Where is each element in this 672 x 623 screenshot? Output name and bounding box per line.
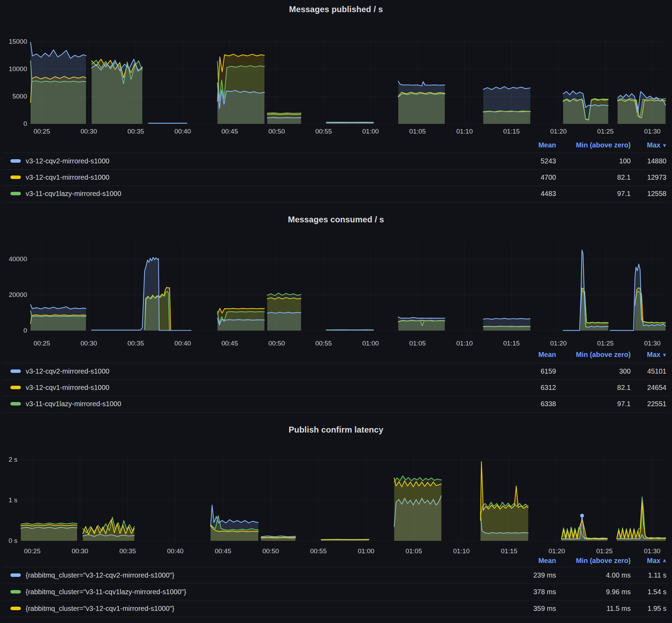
data-point-marker[interactable] (580, 514, 584, 518)
legend-value: 1.54 s (648, 588, 666, 596)
series-color-swatch[interactable] (10, 590, 21, 594)
x-axis-label: 01:15 (503, 340, 520, 347)
series-area (267, 118, 301, 124)
x-axis-label: 01:05 (405, 547, 422, 555)
legend-series-label[interactable]: v3-12-cqv2-mirrored-s1000 (26, 157, 109, 165)
series-line (31, 305, 86, 309)
legend-value: 11.5 ms (606, 605, 631, 613)
legend-series-label[interactable]: v3-12-cqv1-mirrored-s1000 (26, 173, 109, 181)
x-axis-label: 00:40 (175, 128, 191, 135)
series-color-swatch[interactable] (10, 607, 21, 610)
legend-value: 5243 (541, 157, 556, 165)
legend-series-label[interactable]: {rabbitmq_cluster="v3-12-cqv1-mirrored-s… (26, 605, 174, 613)
x-axis-label: 00:30 (81, 340, 97, 347)
legend-sort-max[interactable]: Max∨ (647, 351, 666, 359)
series-color-swatch[interactable] (10, 369, 21, 373)
legend-value: 239 ms (533, 571, 556, 579)
legend-value: 6338 (541, 400, 556, 408)
series-line (267, 118, 301, 118)
legend-value: 12973 (647, 173, 666, 181)
x-axis-label: 00:50 (262, 547, 279, 555)
legend-sort-mean[interactable]: Mean (538, 141, 556, 149)
legend-sort-mean[interactable]: Mean (538, 557, 556, 565)
legend-sort-min-above-zero-[interactable]: Min (above zero) (576, 351, 631, 359)
series-line (92, 257, 191, 331)
series-color-swatch[interactable] (10, 402, 21, 406)
legend-series-label[interactable]: v3-12-cqv1-mirrored-s1000 (26, 384, 109, 392)
series-area (21, 524, 77, 541)
legend-value: 9.96 ms (606, 588, 631, 596)
legend-value: 97.1 (617, 190, 631, 198)
x-axis-label: 01:10 (456, 128, 473, 135)
series-line (398, 317, 445, 318)
legend-value: 100 (619, 157, 631, 165)
series-area (398, 317, 445, 331)
series-area (31, 42, 86, 124)
legend-sort-mean[interactable]: Mean (538, 351, 556, 359)
series-color-swatch[interactable] (10, 573, 21, 577)
legend-row-separator (2, 169, 670, 170)
legend-series-label[interactable]: v3-11-cqv1lazy-mirrored-s1000 (26, 400, 121, 408)
legend-value: 82.1 (617, 384, 631, 392)
x-axis-label: 01:05 (409, 128, 426, 135)
legend-series-label[interactable]: {rabbitmq_cluster="v3-11-cqv1lazy-mirror… (26, 588, 186, 596)
chart-canvas[interactable] (0, 0, 672, 623)
series-line (261, 538, 295, 538)
series-color-swatch[interactable] (10, 159, 21, 163)
series-color-swatch[interactable] (10, 176, 21, 179)
x-axis-label: 00:25 (24, 547, 41, 555)
x-axis-label: 01:00 (362, 340, 379, 347)
legend-value: 4.00 ms (606, 571, 631, 579)
legend-sort-min-above-zero-[interactable]: Min (above zero) (576, 557, 631, 565)
y-axis-label: 5000 (12, 93, 27, 100)
legend-sort-max[interactable]: Max∨ (647, 141, 666, 149)
y-axis-label: 15000 (9, 38, 27, 45)
legend-series-label[interactable]: {rabbitmq_cluster="v3-12-cqv2-mirrored-s… (26, 571, 174, 579)
legend-row-separator (2, 600, 670, 600)
legend-value: 45101 (647, 367, 666, 375)
legend-row-separator (2, 396, 670, 396)
grafana-dashboard: Messages published / s 00:2500:3000:3500… (0, 0, 672, 623)
legend-header-separator (2, 153, 670, 153)
x-axis-label: 00:55 (310, 547, 327, 555)
legend-row-separator (2, 379, 670, 380)
sort-descending-icon: ∨ (663, 142, 666, 148)
series-area (92, 59, 142, 124)
legend-sort-min-above-zero-[interactable]: Min (above zero) (576, 141, 631, 149)
x-axis-label: 01:30 (644, 128, 661, 135)
panel-title[interactable]: Publish confirm latency (0, 425, 672, 435)
y-axis-label: 1 s (9, 496, 17, 504)
legend-series-label[interactable]: v3-12-cqv2-mirrored-s1000 (26, 367, 109, 375)
x-axis-label: 01:30 (644, 547, 661, 555)
legend-series-label[interactable]: v3-11-cqv1lazy-mirrored-s1000 (26, 190, 121, 198)
legend-value: 22551 (647, 400, 666, 408)
legend-value: 1.11 s (648, 571, 666, 579)
series-line (483, 318, 530, 319)
series-area (610, 264, 666, 331)
legend-value: 12558 (647, 190, 666, 198)
x-axis-label: 01:25 (597, 340, 614, 347)
series-color-swatch[interactable] (10, 192, 21, 195)
x-axis-label: 00:25 (34, 128, 50, 135)
x-axis-label: 00:35 (127, 128, 144, 135)
x-axis-label: 00:55 (316, 128, 332, 135)
series-area (398, 81, 445, 124)
series-line (563, 250, 608, 331)
legend-row-separator (2, 583, 670, 584)
x-axis-label: 00:45 (221, 128, 238, 135)
legend-sort-max[interactable]: Max∧ (647, 557, 666, 565)
panel-title[interactable]: Messages published / s (0, 5, 672, 14)
series-area (483, 87, 530, 124)
panel-title[interactable]: Messages consumed / s (0, 215, 672, 224)
series-color-swatch[interactable] (10, 386, 21, 389)
x-axis-label: 00:55 (316, 340, 332, 347)
series-area (92, 257, 191, 331)
legend-value: 378 ms (533, 588, 556, 596)
x-axis-label: 00:35 (119, 547, 136, 555)
y-axis-label: 0 (23, 327, 27, 334)
y-axis-label: 20000 (9, 291, 27, 299)
x-axis-label: 00:45 (221, 340, 238, 347)
x-axis-label: 01:20 (550, 128, 567, 135)
x-axis-label: 00:50 (268, 340, 285, 347)
legend-value: 82.1 (617, 173, 631, 181)
